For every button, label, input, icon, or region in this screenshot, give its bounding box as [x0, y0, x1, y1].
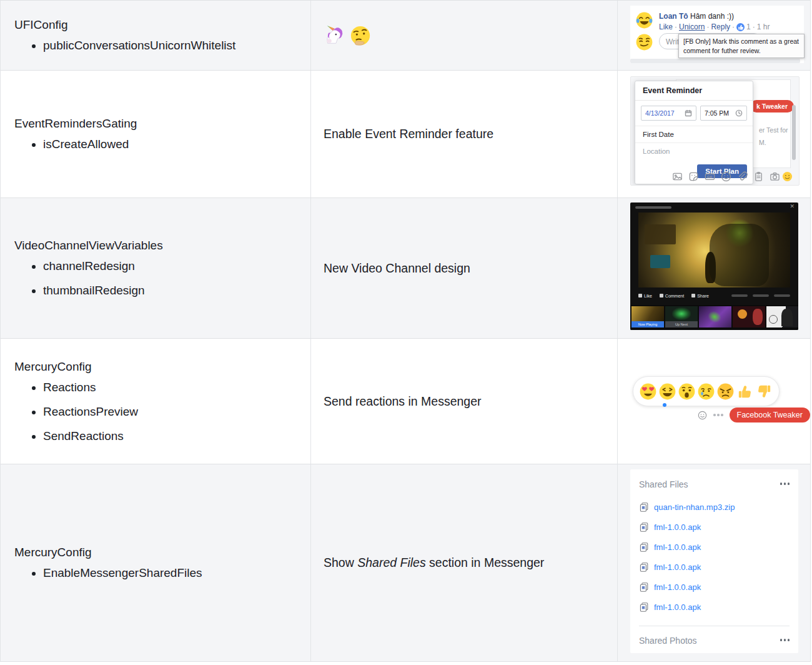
camera-icon[interactable] — [770, 171, 780, 182]
sticker-icon[interactable] — [688, 171, 699, 182]
file-icon — [639, 562, 649, 572]
laughing-reaction[interactable] — [658, 382, 676, 401]
close-icon[interactable]: ✕ — [790, 203, 795, 209]
scrollbar[interactable] — [792, 105, 796, 160]
file-icon — [639, 582, 649, 592]
pointer-dot — [663, 403, 666, 407]
like-count: 1 — [746, 22, 751, 31]
comment-author[interactable]: Loan Tô — [659, 12, 688, 21]
video-channel-screenshot: ✕ Like Comment Share — [630, 202, 798, 330]
message-hover-controls: Facebook Tweaker — [698, 408, 810, 422]
config-cell: EventRemindersGating isCreateAllowed — [1, 71, 311, 198]
config-cell: UFIConfig publicConversationsUnicornWhit… — [1, 1, 311, 70]
more-options-icon[interactable] — [780, 482, 790, 485]
video-stats — [731, 294, 790, 297]
photo-icon[interactable] — [672, 171, 683, 182]
facebook-comment-screenshot: Loan Tô Hâm danh :)) Like · Unicorn · Re… — [630, 6, 804, 63]
file-icon — [639, 542, 649, 552]
file-link[interactable]: fml-1.0.0.apk — [654, 522, 701, 532]
file-link[interactable]: fml-1.0.0.apk — [654, 542, 701, 552]
param-list: publicConversationsUnicornWhitelist — [14, 39, 310, 52]
emoji-icon[interactable] — [698, 411, 707, 420]
video-action-bar: Like Comment Share — [638, 291, 790, 300]
param-item: publicConversationsUnicornWhitelist — [43, 39, 310, 52]
file-link[interactable]: fml-1.0.0.apk — [654, 602, 701, 612]
calendar-icon — [685, 109, 692, 117]
event-name-field[interactable]: First Date — [635, 126, 753, 142]
date-input[interactable]: 4/13/2017 — [641, 106, 696, 121]
video-title-text — [635, 206, 671, 209]
divider — [639, 626, 790, 626]
sad-reaction[interactable] — [697, 382, 715, 401]
config-title: MercuryConfig — [14, 360, 310, 374]
param-list: isCreateAllowed — [14, 138, 310, 151]
background-text-line: M. — [759, 137, 788, 149]
table-row-mercuryconfig-sharedfiles: MercuryConfig EnableMessengerSharedFiles… — [1, 464, 810, 662]
video-thumbnail[interactable] — [733, 306, 765, 328]
share-button[interactable]: Share — [691, 294, 709, 298]
facebook-tweaker-pill[interactable]: k Tweaker — [750, 100, 794, 112]
unicorn-emoji — [324, 25, 345, 46]
shared-file-row: quan-tin-nhan.mp3.zip — [639, 502, 735, 512]
more-options-icon[interactable] — [780, 639, 790, 641]
datetime-row: 4/13/2017 7:05 PM — [635, 101, 753, 126]
shared-file-row: fml-1.0.0.apk — [639, 562, 701, 572]
shared-file-row: fml-1.0.0.apk — [639, 582, 701, 592]
table-row-videochannelviewvariables: VideoChannelViewVariables channelRedesig… — [1, 198, 810, 339]
emoji-icon[interactable] — [721, 171, 731, 182]
gif-icon[interactable] — [705, 171, 715, 182]
param-item: SendReactions — [43, 429, 310, 443]
scene-shelf — [645, 224, 676, 244]
thumbnail-strip: Now Playing Up Next — [630, 305, 798, 330]
table-row-uficonfig: UFIConfig publicConversationsUnicornWhit… — [1, 1, 810, 71]
param-item: ReactionsPreview — [43, 405, 310, 419]
more-options-icon[interactable] — [713, 414, 723, 416]
video-player[interactable] — [638, 212, 790, 288]
dialog-title: Event Reminder — [635, 81, 753, 101]
page: UFIConfig publicConversationsUnicornWhit… — [0, 0, 812, 665]
heart-eyes-reaction[interactable] — [639, 382, 657, 401]
file-link[interactable]: quan-tin-nhan.mp3.zip — [654, 502, 735, 512]
shared-files-header: Shared Files — [639, 479, 688, 489]
file-link[interactable]: fml-1.0.0.apk — [654, 562, 701, 572]
now-playing-badge: Now Playing — [631, 321, 664, 328]
description-italic: Shared Files — [357, 556, 425, 569]
thumbs-up-reaction[interactable] — [736, 382, 754, 401]
facebook-tweaker-pill[interactable]: Facebook Tweaker — [730, 408, 810, 422]
video-thumbnail[interactable] — [699, 306, 731, 328]
description-cell: Send reactions in Messenger — [311, 339, 618, 464]
config-cell: VideoChannelViewVariables channelRedesig… — [1, 198, 311, 338]
like-button[interactable]: Like — [638, 294, 652, 298]
like-link[interactable]: Like — [659, 22, 673, 31]
param-list: channelRedesign thumbnailRedesign — [14, 259, 310, 298]
thumbs-down-reaction[interactable] — [755, 382, 773, 401]
config-title: MercuryConfig — [14, 546, 310, 559]
thumbnail-art — [672, 308, 691, 320]
table-row-eventremindersgating: EventRemindersGating isCreateAllowed Ena… — [1, 71, 810, 198]
video-thumbnail[interactable] — [766, 306, 798, 328]
paperclip-icon[interactable] — [737, 171, 748, 182]
angry-reaction[interactable] — [716, 382, 735, 401]
time-input[interactable]: 7:05 PM — [700, 106, 747, 121]
file-icon — [639, 602, 649, 612]
yellow-smiley-emoji — [782, 171, 793, 182]
video-thumbnail[interactable]: Up Next — [665, 306, 698, 328]
description-cell: Enable Event Reminder feature — [311, 71, 618, 198]
separator: · — [675, 22, 677, 31]
plan-icon[interactable] — [753, 171, 764, 182]
thumbnail-art — [753, 309, 763, 325]
reply-link[interactable]: Reply — [711, 22, 730, 31]
wow-reaction[interactable] — [678, 382, 696, 401]
param-item: EnableMessengerSharedFiles — [43, 566, 310, 580]
feature-description: Show Shared Files section in Messenger — [324, 556, 544, 570]
feature-description: Send reactions in Messenger — [324, 394, 482, 409]
location-field[interactable]: Location — [635, 142, 753, 159]
composer-toolbar — [672, 171, 780, 182]
param-list: Reactions ReactionsPreview SendReactions — [14, 381, 310, 443]
shared-file-row: fml-1.0.0.apk — [639, 542, 701, 552]
file-link[interactable]: fml-1.0.0.apk — [654, 582, 701, 592]
comment-button[interactable]: Comment — [660, 294, 684, 298]
unicorn-link[interactable]: Unicorn — [679, 22, 705, 31]
video-thumbnail[interactable]: Now Playing — [631, 306, 664, 328]
comment-author-line: Loan Tô Hâm danh :)) — [659, 12, 734, 21]
